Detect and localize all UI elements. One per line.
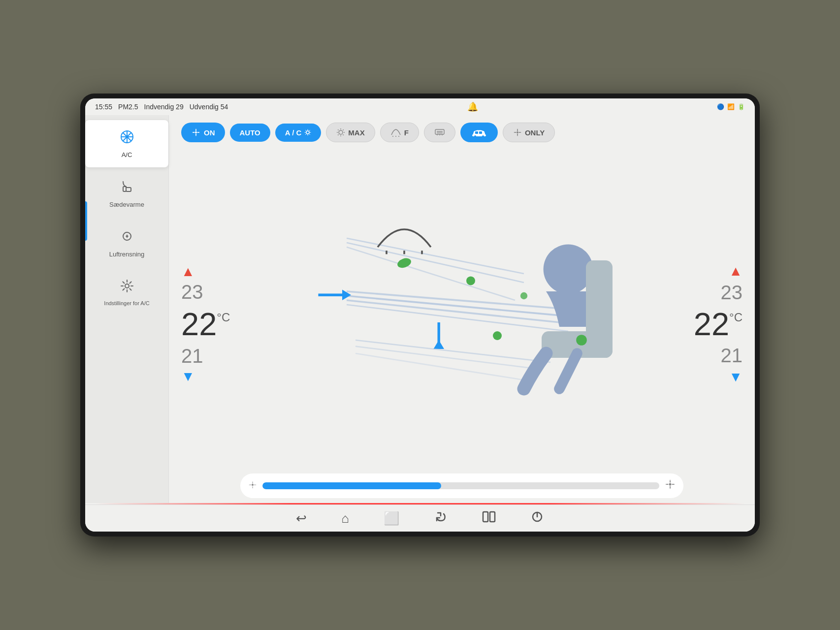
sidebar-item-settings[interactable]: Indstillinger for A/C (85, 269, 168, 315)
sidebar-airclean-label: Luftrensning (109, 251, 145, 258)
right-temp-down[interactable]: ▼ (729, 369, 743, 385)
time-display: 15:55 (95, 103, 112, 111)
svg-point-5 (126, 135, 129, 138)
right-temp-unit: °C (729, 311, 743, 324)
right-panel: ON AUTO A / C (169, 115, 755, 503)
status-center: 🔔 (467, 101, 478, 112)
svg-line-16 (343, 134, 344, 135)
auto-button[interactable]: AUTO (230, 124, 270, 142)
fan-slider-track[interactable] (262, 482, 659, 489)
svg-point-58 (576, 335, 587, 346)
right-temp-main: 22 °C (694, 306, 743, 343)
settings-icon (119, 278, 135, 297)
svg-rect-62 (490, 512, 495, 522)
signal-icon: 📶 (727, 103, 735, 110)
left-temp-high: 23 (181, 281, 203, 303)
ac-icon (119, 129, 135, 148)
svg-line-39 (347, 300, 568, 323)
airclean-icon (119, 228, 135, 248)
right-temp-value: 22 (694, 306, 729, 343)
temp-area: ▲ 23 22 °C 21 ▼ (181, 150, 743, 498)
svg-point-52 (466, 276, 475, 285)
sidebar: A/C Sædevarme (85, 115, 169, 503)
svg-line-17 (343, 129, 344, 130)
outdoor-temp: Udvendig 54 (190, 103, 228, 111)
indoor-temp: Indvendig 29 (144, 103, 184, 111)
ac-button[interactable]: A / C (275, 124, 322, 142)
sidebar-item-ac[interactable]: A/C (85, 120, 168, 167)
svg-point-60 (669, 483, 672, 486)
svg-rect-31 (475, 131, 478, 134)
svg-point-7 (125, 284, 129, 288)
svg-point-59 (252, 484, 254, 486)
ac-label: A / C (285, 128, 302, 137)
svg-point-53 (520, 292, 527, 299)
svg-rect-32 (479, 131, 482, 134)
left-temp-low: 21 (181, 345, 203, 367)
svg-point-33 (517, 131, 518, 133)
fan-max-icon (664, 478, 676, 493)
wifi-icon: 🔵 (717, 103, 724, 110)
status-bar: 15:55 PM2.5 Indvendig 29 Udvendig 54 🔔 🔵… (85, 98, 755, 115)
home-button[interactable]: ⌂ (339, 508, 352, 529)
right-temp-values: 23 22 °C 21 (694, 282, 743, 367)
status-left: 15:55 PM2.5 Indvendig 29 Udvendig 54 (95, 103, 228, 111)
sidebar-item-airclean[interactable]: Luftrensning (85, 220, 168, 267)
fan-min-icon (248, 480, 258, 492)
fan-only-label: ONLY (525, 128, 545, 137)
right-temp-up[interactable]: ▲ (729, 263, 743, 279)
seatheating-icon (119, 179, 135, 198)
svg-rect-6 (123, 187, 126, 191)
svg-rect-22 (435, 129, 444, 134)
left-temp-up[interactable]: ▲ (181, 265, 195, 279)
right-temp-column: ▲ 23 22 °C 21 ▼ (693, 150, 743, 498)
fan-slider[interactable] (240, 473, 683, 498)
svg-point-8 (195, 131, 197, 133)
center-visualization (240, 150, 683, 498)
right-temp-high: 23 (721, 282, 743, 304)
svg-line-15 (338, 129, 339, 130)
svg-line-35 (347, 243, 524, 283)
fan-slider-fill (262, 482, 441, 489)
svg-point-10 (339, 130, 343, 134)
sidebar-settings-label: Indstillinger for A/C (104, 300, 149, 306)
back-button[interactable]: ↩ (293, 508, 309, 529)
left-temp-down[interactable]: ▼ (181, 370, 195, 383)
left-temp-unit: °C (217, 311, 230, 324)
defrost-front-button[interactable]: F (380, 123, 419, 142)
sidebar-seatheating-label: Sædevarme (109, 201, 144, 208)
fan-only-button[interactable]: ONLY (503, 123, 555, 142)
svg-point-9 (306, 131, 309, 134)
svg-line-40 (347, 305, 568, 331)
left-temp-value: 22 (181, 306, 217, 343)
bell-icon: 🔔 (467, 101, 478, 112)
sidebar-item-seatheating[interactable]: Sædevarme (85, 170, 168, 217)
recents-button[interactable]: ⬜ (381, 508, 402, 529)
svg-point-30 (482, 135, 484, 137)
fan-on-label: ON (204, 128, 215, 137)
active-indicator (85, 201, 87, 241)
pm-display: PM2.5 (118, 103, 138, 111)
left-temp-main: 22 °C (181, 306, 230, 343)
power-button[interactable] (528, 507, 547, 530)
auto-label: AUTO (240, 128, 260, 137)
svg-rect-61 (483, 512, 488, 522)
rotate-button[interactable] (431, 507, 450, 530)
defrost-front-label: F (404, 128, 409, 137)
bottom-nav: ↩ ⌂ ⬜ (85, 504, 755, 532)
svg-point-55 (544, 245, 593, 294)
screen-inner: 15:55 PM2.5 Indvendig 29 Udvendig 54 🔔 🔵… (85, 98, 755, 532)
max-button[interactable]: MAX (326, 123, 375, 142)
battery-icon: 🔋 (738, 103, 745, 110)
main-content: A/C Sædevarme (85, 115, 755, 503)
svg-line-18 (338, 134, 339, 135)
sidebar-ac-label: A/C (122, 151, 132, 158)
left-temp-column: ▲ 23 22 °C 21 ▼ (181, 150, 230, 498)
car-button[interactable] (460, 123, 498, 142)
svg-point-29 (474, 135, 476, 137)
max-label: MAX (348, 128, 364, 137)
controls-row: ON AUTO A / C (181, 123, 743, 142)
defrost-rear-button[interactable] (424, 123, 455, 142)
fan-on-button[interactable]: ON (181, 123, 225, 142)
split-button[interactable] (480, 507, 498, 530)
